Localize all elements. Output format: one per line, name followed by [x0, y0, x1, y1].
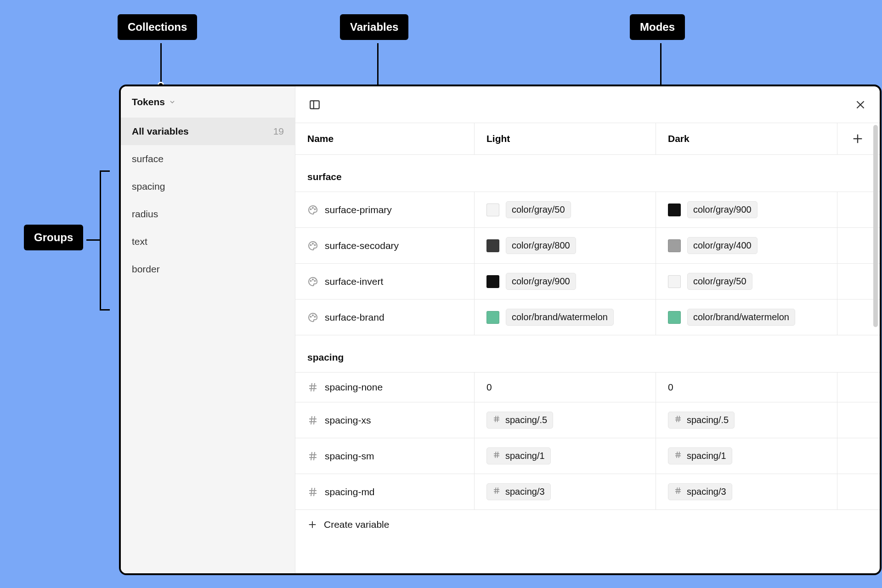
variable-row[interactable]: surface-primarycolor/gray/50color/gray/9…: [295, 192, 880, 228]
variable-row[interactable]: spacing-smspacing/1spacing/1: [295, 438, 880, 474]
svg-line-49: [314, 488, 315, 496]
scrollbar-thumb[interactable]: [873, 125, 878, 327]
svg-line-37: [314, 452, 315, 460]
variable-name: surface-secodary: [325, 240, 399, 251]
sidebar-group-border[interactable]: border: [121, 255, 295, 283]
variable-value-cell[interactable]: color/gray/900: [656, 192, 837, 227]
group-header-surface: surface: [295, 155, 880, 192]
variable-name: spacing-md: [325, 486, 375, 498]
palette-icon: [307, 204, 318, 215]
svg-line-24: [311, 416, 312, 424]
palette-icon: [307, 312, 318, 323]
variable-name-cell[interactable]: spacing-sm: [295, 438, 475, 474]
column-header-mode-dark[interactable]: Dark: [656, 123, 837, 154]
variables-table: Name Light Dark surfacesurface-primaryco…: [295, 123, 880, 573]
collection-name: Tokens: [132, 96, 165, 107]
hash-icon: [492, 451, 501, 461]
variable-name-cell[interactable]: surface-invert: [295, 264, 475, 299]
variable-value-cell[interactable]: color/brand/watermelon: [656, 300, 837, 335]
svg-line-45: [679, 452, 680, 458]
create-variable-button[interactable]: Create variable: [295, 510, 880, 539]
svg-point-6: [311, 209, 311, 209]
svg-line-48: [311, 488, 312, 496]
variable-name-cell[interactable]: spacing-xs: [295, 402, 475, 438]
variable-value-cell[interactable]: spacing/1: [656, 438, 837, 474]
hash-icon: [307, 415, 318, 426]
variable-name-cell[interactable]: spacing-md: [295, 474, 475, 509]
variable-value-cell[interactable]: spacing/1: [475, 438, 656, 474]
svg-point-15: [311, 316, 311, 317]
variable-row[interactable]: surface-invertcolor/gray/900color/gray/5…: [295, 264, 880, 300]
variable-name: surface-primary: [325, 204, 392, 215]
sidebar-item-all-variables[interactable]: All variables 19: [121, 118, 295, 145]
toggle-sidebar-button[interactable]: [307, 97, 322, 112]
variable-value-cell[interactable]: spacing/3: [656, 474, 837, 509]
variable-value-cell[interactable]: color/gray/50: [475, 192, 656, 227]
svg-line-36: [311, 452, 312, 460]
svg-line-32: [677, 416, 678, 422]
variable-row[interactable]: spacing-xsspacing/.5spacing/.5: [295, 402, 880, 438]
variable-value-cell[interactable]: color/gray/900: [475, 264, 656, 299]
variable-value-cell[interactable]: spacing/3: [475, 474, 656, 509]
variable-name-cell[interactable]: surface-secodary: [295, 228, 475, 263]
sidebar-group-text[interactable]: text: [121, 228, 295, 255]
svg-line-40: [495, 452, 496, 458]
svg-line-57: [679, 487, 680, 494]
topbar: [295, 86, 880, 123]
variable-row[interactable]: spacing-mdspacing/3spacing/3: [295, 474, 880, 510]
color-swatch: [486, 204, 499, 216]
palette-icon: [307, 276, 318, 287]
svg-line-21: [314, 383, 315, 391]
column-header-name: Name: [295, 123, 475, 154]
color-swatch: [668, 311, 681, 324]
variable-value-cell[interactable]: spacing/.5: [475, 402, 656, 438]
row-tail: [837, 373, 880, 402]
annotation-collections: Collections: [118, 14, 197, 40]
variable-name-cell[interactable]: surface-brand: [295, 300, 475, 335]
column-header-mode-light[interactable]: Light: [475, 123, 656, 154]
alias-pill: spacing/1: [486, 447, 551, 464]
sidebar-group-surface[interactable]: surface: [121, 145, 295, 173]
sidebar-item-label: All variables: [132, 126, 189, 137]
variable-name: surface-brand: [325, 312, 384, 323]
variable-value-cell[interactable]: color/brand/watermelon: [475, 300, 656, 335]
svg-point-9: [311, 244, 311, 245]
variable-value-cell[interactable]: color/gray/400: [656, 228, 837, 263]
variable-name: surface-invert: [325, 276, 383, 287]
variable-name-cell[interactable]: surface-primary: [295, 192, 475, 227]
variable-value-cell[interactable]: color/gray/50: [656, 264, 837, 299]
svg-rect-0: [310, 101, 319, 108]
variable-value-cell[interactable]: 0: [656, 373, 837, 402]
variable-value-cell[interactable]: spacing/.5: [656, 402, 837, 438]
sidebar-group-radius[interactable]: radius: [121, 200, 295, 228]
collection-selector[interactable]: Tokens: [121, 86, 295, 118]
variable-name-cell[interactable]: spacing-none: [295, 373, 475, 402]
annotation-bracket: [100, 170, 110, 311]
svg-line-20: [311, 383, 312, 391]
annotation-groups: Groups: [24, 225, 83, 250]
alias-pill: spacing/3: [668, 483, 732, 500]
alias-pill: spacing/.5: [668, 412, 735, 429]
variable-row[interactable]: spacing-none00: [295, 373, 880, 402]
variable-row[interactable]: surface-brandcolor/brand/watermeloncolor…: [295, 300, 880, 335]
alias-pill: spacing/.5: [486, 412, 553, 429]
sidebar-group-spacing[interactable]: spacing: [121, 173, 295, 200]
svg-point-8: [315, 209, 316, 209]
alias-pill: color/gray/400: [687, 237, 758, 254]
annotation-line: [86, 239, 100, 241]
hash-icon: [307, 451, 318, 462]
alias-pill: spacing/3: [486, 483, 551, 500]
alias-pill: color/gray/800: [506, 237, 576, 254]
row-tail: [837, 402, 880, 438]
palette-icon: [307, 240, 318, 251]
svg-line-28: [495, 416, 496, 422]
svg-point-7: [312, 207, 313, 208]
variable-value-cell[interactable]: color/gray/800: [475, 228, 656, 263]
add-mode-button[interactable]: [851, 132, 864, 145]
variable-row[interactable]: surface-secodarycolor/gray/800color/gray…: [295, 228, 880, 264]
variable-value-cell[interactable]: 0: [475, 373, 656, 402]
close-button[interactable]: [853, 97, 868, 112]
color-swatch: [486, 239, 499, 252]
sidebar: Tokens All variables 19 surfacespacingra…: [121, 86, 295, 573]
color-swatch: [668, 239, 681, 252]
